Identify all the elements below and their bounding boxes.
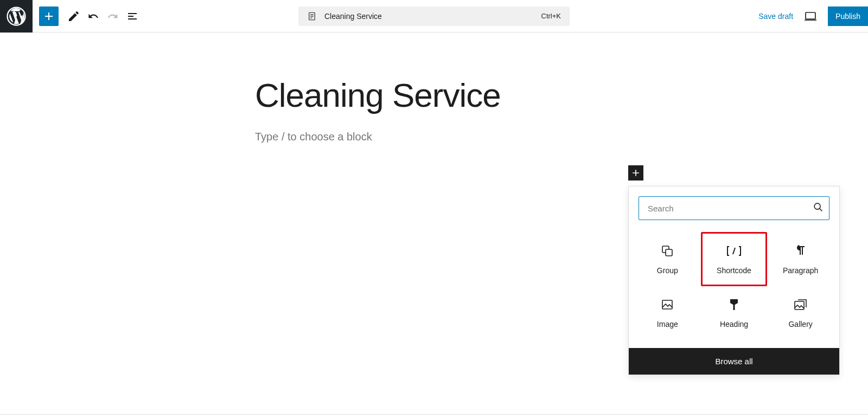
gallery-icon [794,297,808,312]
pencil-icon [67,10,80,23]
shortcode-icon [726,243,742,259]
bottom-divider [0,414,868,415]
block-label: Image [657,320,678,328]
svg-rect-12 [662,300,672,309]
block-label: Paragraph [783,266,818,275]
wordpress-logo[interactable] [0,0,33,33]
publish-button[interactable]: Publish [828,7,868,26]
redo-icon [106,10,119,23]
doc-shortcut: Ctrl+K [541,12,561,20]
block-item-gallery[interactable]: Gallery [767,286,834,339]
block-label: Shortcode [717,266,751,275]
toolbar-left [39,7,142,26]
svg-line-11 [733,248,735,254]
svg-rect-10 [666,249,672,256]
svg-line-8 [820,209,822,211]
view-button[interactable] [801,7,820,26]
add-block-button[interactable] [39,7,59,26]
document-bar[interactable]: Cleaning Service Ctrl+K [298,7,570,26]
svg-rect-15 [795,301,804,310]
block-label: Heading [720,320,748,328]
wordpress-icon [7,7,26,26]
browse-all-button[interactable]: Browse all [629,348,839,375]
block-search-input[interactable] [639,196,829,220]
document-overview-button[interactable] [123,7,142,26]
svg-point-7 [814,203,820,209]
list-icon [126,10,139,23]
paragraph-icon [794,243,807,259]
top-bar-right: Save draft Publish [758,7,868,26]
block-item-image[interactable]: Image [634,286,701,339]
block-label: Group [657,266,678,275]
svg-rect-5 [806,12,815,19]
page-icon [307,11,317,21]
svg-rect-14 [733,304,735,310]
group-icon [661,243,674,259]
block-item-shortcode[interactable]: Shortcode [701,232,768,286]
redo-button[interactable] [103,7,123,26]
block-grid: Group Shortcode Paragraph Image [629,229,839,348]
inline-add-block-button[interactable] [628,165,643,181]
page-title[interactable]: Cleaning Service [255,76,868,114]
block-item-group[interactable]: Group [634,232,701,286]
plus-icon [630,167,641,178]
heading-icon [729,297,739,312]
plus-icon [42,10,55,23]
top-toolbar: Cleaning Service Ctrl+K Save draft Publi… [0,0,868,33]
undo-button[interactable] [84,7,103,26]
block-item-heading[interactable]: Heading [701,286,768,339]
block-item-paragraph[interactable]: Paragraph [767,232,834,286]
edit-tool-button[interactable] [64,7,84,26]
block-label: Gallery [788,320,812,328]
undo-icon [87,10,100,23]
block-placeholder[interactable]: Type / to choose a block [255,131,868,143]
save-draft-link[interactable]: Save draft [758,12,793,21]
block-inserter-popup: Group Shortcode Paragraph Image [628,186,840,375]
editor-canvas: Cleaning Service Type / to choose a bloc… [0,33,868,143]
image-icon [661,297,674,312]
doc-title: Cleaning Service [324,12,382,21]
inserter-search-wrap [639,196,829,220]
search-icon [812,201,824,215]
desktop-icon [804,10,817,23]
